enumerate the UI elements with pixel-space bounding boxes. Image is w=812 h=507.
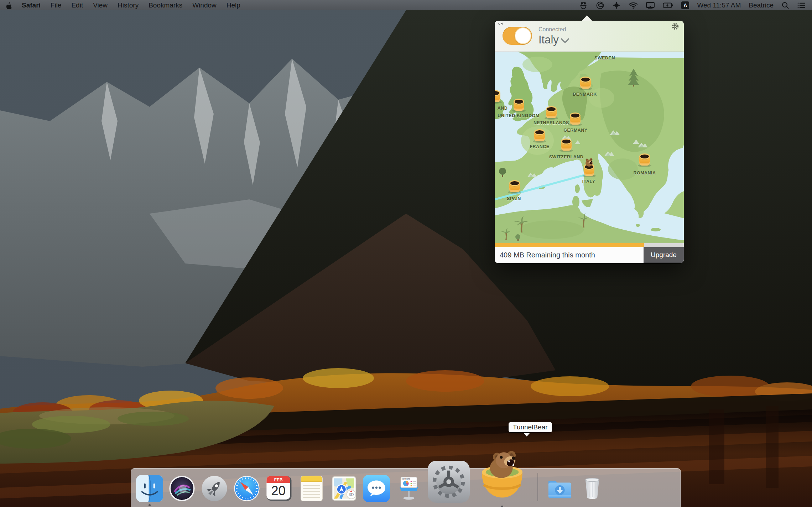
map-label: GERMANY: [547, 128, 604, 133]
dock-item-messages[interactable]: [363, 475, 390, 502]
connection-status: Connected: [538, 26, 566, 33]
map-label: SPAIN: [495, 196, 542, 201]
map-label: FRANCE: [511, 144, 568, 149]
menu-file[interactable]: File: [51, 0, 62, 10]
map-label: SWEDEN: [576, 56, 633, 61]
notification-center-icon[interactable]: [797, 0, 806, 10]
vpn-map[interactable]: AND UNITED KINGDOM DENMARK SWEDEN NETHER…: [495, 52, 684, 243]
dock-item-calendar[interactable]: FEB 20: [266, 475, 293, 502]
menu-bar-left: Safari File Edit View History Bookmarks …: [0, 0, 240, 10]
dock-separator: [537, 473, 538, 501]
apple-menu[interactable]: [6, 0, 12, 10]
menu-bar: Safari File Edit View History Bookmarks …: [0, 0, 812, 10]
bear-in-tunnel-icon: [584, 158, 594, 168]
airplay-display-icon[interactable]: [646, 0, 655, 10]
map-label: ITALY: [560, 179, 617, 184]
maps-3d-badge: 3D: [349, 492, 354, 497]
dock-item-finder[interactable]: [136, 475, 163, 502]
dock-item-siri[interactable]: [168, 475, 196, 502]
menu-bar-user[interactable]: Beatrice: [749, 0, 774, 10]
menu-bar-clock[interactable]: Wed 11:57 AM: [697, 0, 741, 10]
avast-icon[interactable]: [612, 0, 621, 10]
dock-item-system-preferences[interactable]: [428, 461, 470, 503]
tunnel-icon: [570, 113, 581, 125]
spotlight-icon[interactable]: [781, 0, 789, 10]
wifi-icon[interactable]: [629, 0, 638, 10]
tunnel-icon: [546, 106, 557, 118]
calendar-day: 20: [271, 484, 286, 498]
calendar-month: FEB: [274, 477, 283, 482]
desktop: Safari File Edit View History Bookmarks …: [0, 0, 812, 507]
data-usage-bar: [495, 243, 684, 247]
data-usage-fill: [495, 243, 644, 247]
popover-footer: 409 MB Remaining this month Upgrade: [495, 247, 684, 263]
battery-charging-icon[interactable]: [663, 0, 673, 10]
dock-item-notes[interactable]: [298, 475, 325, 502]
menu-help[interactable]: Help: [227, 0, 240, 10]
wallpaper-high-sierra: [0, 0, 812, 507]
menu-bar-status: A Wed 11:57 AM Beatrice: [579, 0, 812, 10]
gear-icon[interactable]: [671, 22, 679, 32]
tunnel-icon: [514, 99, 524, 111]
remaining-data-text: 409 MB Remaining this month: [495, 251, 595, 259]
tunnelbear-menu-icon[interactable]: [579, 0, 588, 10]
dock-item-keynote[interactable]: KEYNOTE: [395, 475, 422, 502]
map-label: UNITED KINGDOM: [495, 113, 547, 118]
dock-item-tunnelbear[interactable]: [475, 449, 529, 503]
vpn-toggle-knob: [515, 27, 531, 44]
tunnel-icon: [584, 164, 594, 176]
map-label: DENMARK: [556, 92, 613, 97]
menu-edit[interactable]: Edit: [71, 0, 83, 10]
tunnel-icon: [580, 77, 591, 89]
tunnel-icon: [509, 180, 520, 192]
menu-bookmarks[interactable]: Bookmarks: [149, 0, 182, 10]
tunnelbear-popover: Connected Italy: [495, 21, 684, 263]
claw-scratch-decoration: [498, 22, 505, 30]
dock-item-maps[interactable]: 3D: [330, 475, 358, 502]
vpn-toggle[interactable]: [503, 27, 532, 45]
tunnel-icon: [561, 138, 572, 151]
creative-cloud-icon[interactable]: [596, 0, 604, 10]
dock-item-safari[interactable]: [233, 475, 260, 502]
popover-arrow: [582, 15, 592, 21]
menu-history[interactable]: History: [118, 0, 139, 10]
dock-tooltip-arrow: [524, 433, 530, 437]
selected-country: Italy: [538, 33, 559, 46]
running-indicator: [149, 504, 151, 506]
map-label: ROMANIA: [616, 171, 673, 176]
chevron-down-icon: [561, 35, 569, 43]
tunnel-icon: [534, 129, 545, 141]
menu-view[interactable]: View: [93, 0, 108, 10]
tunnel-icon: [639, 153, 650, 166]
tunnel-icon: [495, 90, 500, 102]
input-source-icon[interactable]: A: [681, 1, 689, 9]
dock-tooltip: TunnelBear: [509, 422, 552, 432]
running-indicator: [501, 506, 503, 507]
dock: FEB 20: [131, 468, 681, 507]
upgrade-button[interactable]: Upgrade: [644, 247, 684, 263]
dock-item-downloads[interactable]: [546, 475, 573, 502]
country-selector[interactable]: Italy: [538, 33, 568, 46]
popover-header: Connected Italy: [495, 21, 684, 52]
menu-window[interactable]: Window: [192, 0, 217, 10]
keynote-slide-title: KEYNOTE: [402, 478, 411, 480]
dock-item-launchpad[interactable]: [201, 475, 228, 502]
menu-safari[interactable]: Safari: [22, 0, 41, 10]
dock-item-trash[interactable]: [579, 475, 606, 502]
